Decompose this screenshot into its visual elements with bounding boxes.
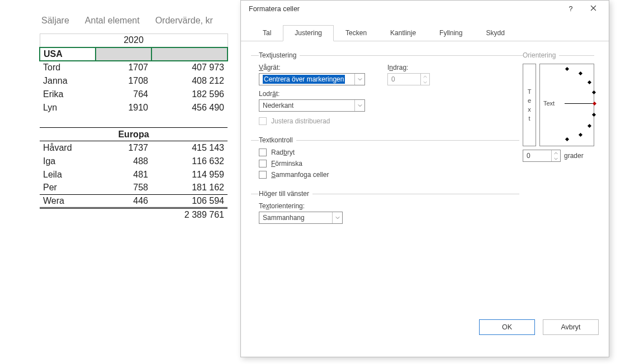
- chevron-down-icon: [354, 100, 364, 111]
- column-headers: Säljare Antal element Ordervärde, kr: [39, 16, 252, 33]
- grand-total-row: 2 389 761: [40, 208, 228, 222]
- titlebar: Formatera celler ?: [241, 1, 609, 17]
- wrap-text-label: Radbryt: [271, 149, 295, 156]
- ok-button[interactable]: OK: [479, 319, 535, 335]
- dialog-title: Formatera celler: [245, 5, 560, 13]
- header-qty: Antal element: [85, 16, 140, 26]
- help-button[interactable]: ?: [560, 1, 582, 17]
- dialog-body: Textjustering Vågrät: Centrera över mark…: [241, 41, 609, 343]
- spinner-down-icon: [421, 79, 429, 85]
- tab-number[interactable]: Tal: [251, 25, 283, 41]
- orientation-legend: Orientering: [523, 51, 559, 59]
- spacer-row: [40, 114, 228, 128]
- table-row: Lyn1910456 490: [40, 101, 228, 114]
- close-button[interactable]: [582, 1, 604, 17]
- tab-border[interactable]: Kantlinje: [378, 25, 428, 41]
- wrap-text-checkbox[interactable]: [259, 149, 267, 156]
- chevron-down-icon: [332, 212, 342, 223]
- horizontal-label: Vågrät:: [259, 64, 371, 71]
- table-row: Tord1707407 973: [40, 61, 228, 74]
- chevron-down-icon: [354, 74, 364, 85]
- tab-fill[interactable]: Fyllning: [428, 25, 474, 41]
- shrink-label: Förminska: [271, 160, 302, 167]
- vertical-label: Lodrät:: [259, 90, 371, 98]
- degrees-label: grader: [564, 152, 584, 160]
- year-row: 2020: [40, 34, 228, 47]
- table-row: Erika764182 596: [40, 88, 228, 101]
- text-control-legend: Textkontroll: [259, 136, 296, 144]
- tab-font[interactable]: Tecken: [334, 25, 378, 41]
- format-cells-dialog: Formatera celler ? Tal Justering Tecken …: [240, 0, 609, 357]
- shrink-checkbox[interactable]: [259, 160, 267, 167]
- horizontal-select[interactable]: Centrera över markeringen: [259, 73, 365, 85]
- rtl-legend: Höger till vänster: [259, 190, 312, 198]
- spinner-down-icon[interactable]: [552, 156, 560, 161]
- orientation-group: Orientering T e x t Text: [515, 48, 599, 170]
- justify-distributed-checkbox: [259, 117, 267, 125]
- close-icon: [590, 5, 596, 13]
- indent-spinner: 0: [387, 73, 430, 85]
- vertical-select[interactable]: Nederkant: [259, 99, 365, 112]
- dial-handle-icon: [593, 102, 596, 106]
- spinner-up-icon[interactable]: [552, 150, 560, 156]
- merge-cells-label: Sammanfoga celler: [271, 171, 329, 179]
- tab-strip: Tal Justering Tecken Kantlinje Fyllning …: [241, 17, 609, 41]
- spinner-up-icon: [421, 74, 429, 79]
- table-row: Janna1708408 212: [40, 74, 228, 88]
- tab-alignment[interactable]: Justering: [283, 25, 334, 41]
- table-row: Iga488116 632: [40, 155, 228, 168]
- region-eu-row[interactable]: Europa: [40, 128, 228, 141]
- year-cell[interactable]: 2020: [40, 34, 228, 47]
- justify-distributed-label: Justera distribuerad: [271, 117, 330, 125]
- degrees-spinner[interactable]: 0: [523, 150, 561, 162]
- header-seller: Säljare: [41, 16, 69, 26]
- table-row: Wera446106 594: [40, 195, 228, 208]
- spreadsheet-area: Säljare Antal element Ordervärde, kr 202…: [39, 16, 252, 222]
- indent-label: Indrag:: [387, 64, 430, 71]
- text-alignment-group: Textjustering Vågrät: Centrera över mark…: [251, 51, 519, 128]
- merge-cells-checkbox[interactable]: [259, 171, 267, 179]
- tab-protection[interactable]: Skydd: [474, 25, 516, 41]
- vertical-text-button[interactable]: T e x t: [523, 64, 536, 146]
- dialog-footer: OK Avbryt: [479, 319, 599, 335]
- header-value: Ordervärde, kr: [155, 16, 213, 26]
- cancel-button[interactable]: Avbryt: [543, 319, 599, 335]
- table-row: Håvard1737415 143: [40, 141, 228, 155]
- orientation-dial[interactable]: Text: [539, 64, 594, 146]
- table-row: Per758181 162: [40, 181, 228, 195]
- table-row: Leila481114 959: [40, 168, 228, 181]
- region-usa-row[interactable]: USA: [40, 47, 228, 61]
- text-direction-label: Textorientering:: [259, 202, 519, 210]
- text-alignment-legend: Textjustering: [259, 51, 300, 59]
- region-usa-label[interactable]: USA: [40, 47, 96, 61]
- data-table: 2020 USA Tord1707407 973 Janna1708408 21…: [39, 33, 228, 222]
- text-control-group: Textkontroll Radbryt Förminska Sammanfog…: [251, 136, 519, 182]
- rtl-group: Höger till vänster Textorientering: Samm…: [251, 190, 519, 224]
- text-direction-select[interactable]: Sammanhang: [259, 212, 343, 224]
